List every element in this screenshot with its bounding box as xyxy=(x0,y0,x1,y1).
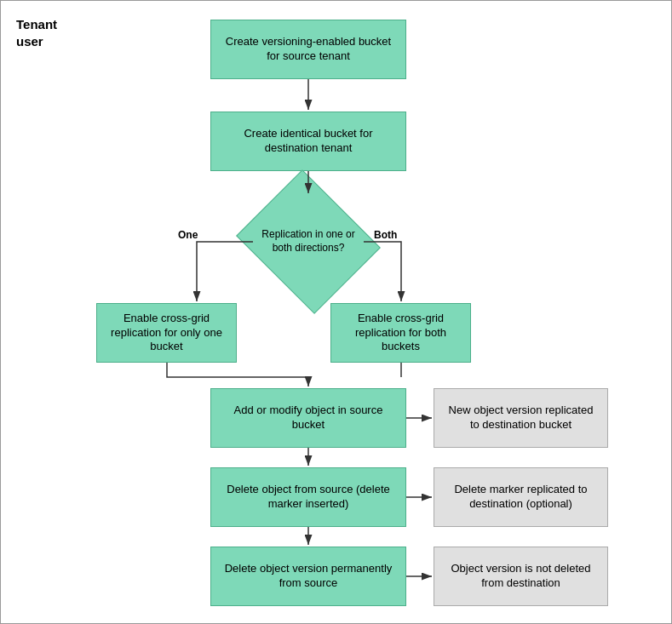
box-version-replicated: New object version replicated to destina… xyxy=(434,388,608,448)
label-both: Both xyxy=(374,229,397,241)
box-delete-marker: Delete marker replicated to destination … xyxy=(434,467,608,527)
diamond-replication: Replication in one or both directions? xyxy=(253,195,364,289)
diagram-container: Tenant user Create versioning-enabled bu… xyxy=(0,0,672,624)
diagram-title: Tenant user xyxy=(16,16,57,49)
box-delete-version: Delete object version permanently from s… xyxy=(210,547,406,606)
box-add-modify: Add or modify object in source bucket xyxy=(210,388,406,448)
box-crossgrid-one: Enable cross-grid replication for only o… xyxy=(96,303,237,363)
box-create-versioning: Create versioning-enabled bucket for sou… xyxy=(210,20,406,79)
box-create-identical: Create identical bucket for destination … xyxy=(210,112,406,171)
title-line2: user xyxy=(16,34,43,49)
box-crossgrid-both: Enable cross-grid replication for both b… xyxy=(330,303,471,363)
box-delete-object: Delete object from source (delete marker… xyxy=(210,467,406,527)
box-not-deleted: Object version is not deleted from desti… xyxy=(434,547,608,606)
title-line1: Tenant xyxy=(16,17,57,31)
label-one: One xyxy=(178,229,198,241)
